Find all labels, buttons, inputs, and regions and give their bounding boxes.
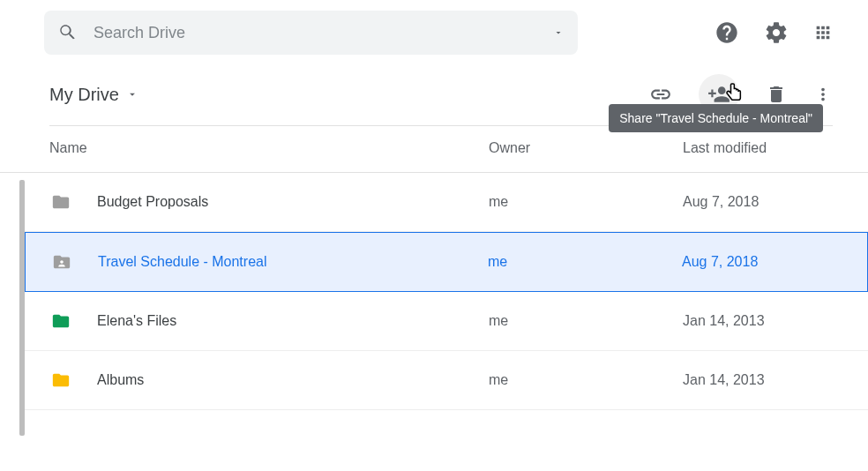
share-button[interactable]: Share "Travel Schedule - Montreal"	[699, 74, 739, 115]
folder-icon	[49, 192, 72, 212]
folder-icon	[49, 311, 72, 331]
file-name: Travel Schedule - Montreal	[98, 254, 488, 270]
file-name: Budget Proposals	[97, 194, 489, 210]
cursor-hand-icon	[722, 81, 746, 106]
file-row[interactable]: AlbumsmeJan 14, 2013	[25, 351, 868, 410]
file-modified: Aug 7, 2018	[682, 254, 832, 270]
gear-icon[interactable]	[764, 20, 789, 45]
share-tooltip: Share "Travel Schedule - Montreal"	[609, 104, 823, 132]
folder-icon	[50, 252, 73, 272]
file-owner: me	[489, 194, 683, 210]
folder-icon	[49, 370, 72, 390]
search-placeholder: Search Drive	[94, 24, 553, 42]
breadcrumb[interactable]: My Drive	[49, 85, 138, 105]
file-row[interactable]: Travel Schedule - MontrealmeAug 7, 2018	[25, 232, 868, 292]
file-owner: me	[488, 254, 682, 270]
file-list: Budget ProposalsmeAug 7, 2018Travel Sche…	[25, 173, 868, 436]
toolbar-actions: Share "Travel Schedule - Montreal"	[649, 74, 833, 115]
delete-button[interactable]	[766, 84, 787, 105]
file-name: Elena's Files	[97, 313, 489, 329]
table-header: Name Owner Last modified	[0, 126, 868, 173]
search-icon	[58, 23, 78, 42]
column-header-modified[interactable]: Last modified	[683, 140, 833, 156]
top-row: Search Drive	[0, 0, 868, 65]
column-header-name[interactable]: Name	[49, 140, 489, 156]
file-modified: Jan 14, 2013	[683, 372, 833, 388]
more-options-button[interactable]	[813, 85, 833, 104]
file-modified: Aug 7, 2018	[683, 194, 833, 210]
top-actions	[715, 20, 833, 45]
column-header-owner[interactable]: Owner	[489, 140, 683, 156]
file-owner: me	[489, 372, 683, 388]
file-row[interactable]: Budget ProposalsmeAug 7, 2018	[25, 173, 868, 232]
toolbar-row: My Drive Share "Travel Schedule - Montre…	[0, 65, 868, 125]
get-link-button[interactable]	[649, 83, 672, 106]
svg-point-0	[60, 260, 64, 264]
search-box[interactable]: Search Drive	[44, 11, 578, 55]
help-icon[interactable]	[715, 20, 739, 45]
apps-grid-icon[interactable]	[813, 23, 833, 42]
file-list-wrap: Budget ProposalsmeAug 7, 2018Travel Sche…	[0, 173, 868, 436]
chevron-down-icon	[126, 88, 138, 101]
file-name: Albums	[97, 372, 489, 388]
breadcrumb-label: My Drive	[49, 85, 119, 105]
file-owner: me	[489, 313, 683, 329]
search-options-dropdown-icon[interactable]	[553, 27, 564, 38]
file-row[interactable]: Elena's FilesmeJan 14, 2013	[25, 292, 868, 351]
file-modified: Jan 14, 2013	[683, 313, 833, 329]
